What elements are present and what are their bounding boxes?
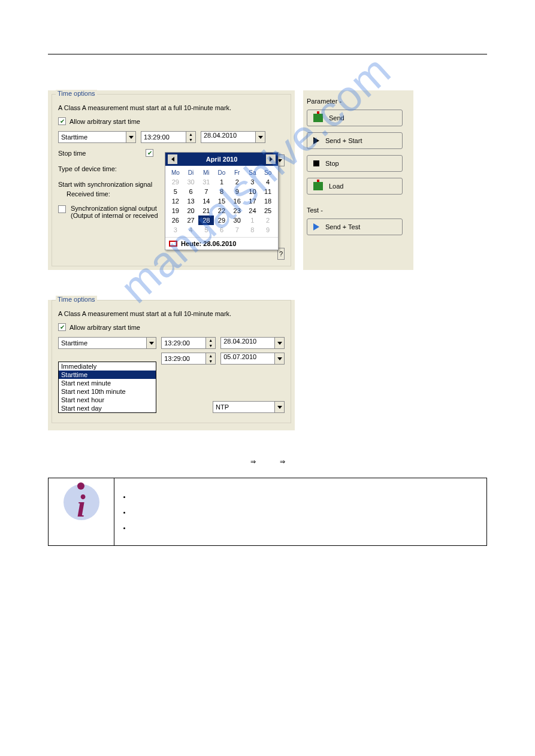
- info-table: i: [48, 478, 487, 546]
- chevron-down-icon[interactable]: [274, 353, 284, 364]
- calendar-prev-button[interactable]: [168, 154, 177, 164]
- dropdown-option[interactable]: Immediately: [59, 362, 156, 371]
- calendar-day[interactable]: 4: [260, 177, 276, 187]
- calendar-day[interactable]: 6: [214, 225, 229, 235]
- time-options-panel-2: Time options A Class A measurement must …: [48, 300, 295, 430]
- calendar-day-header: Do: [214, 168, 229, 177]
- send-start-button[interactable]: Send + Start: [307, 132, 403, 149]
- calendar-day[interactable]: 1: [245, 215, 261, 225]
- device-icon: [313, 182, 323, 190]
- calendar-day[interactable]: 15: [214, 196, 229, 206]
- stop-button[interactable]: Stop: [307, 155, 403, 172]
- calendar-day[interactable]: 24: [245, 206, 261, 215]
- allow-arbitrary-label: Allow arbitrary start time: [69, 324, 140, 331]
- calendar-day[interactable]: 5: [168, 187, 183, 196]
- dropdown-option[interactable]: Start next minute: [59, 379, 156, 387]
- calendar-day[interactable]: 2: [260, 215, 276, 225]
- stop-time-label: Stop time: [58, 150, 141, 157]
- row2-date[interactable]: 05.07.2010: [220, 353, 285, 365]
- calendar-next-button[interactable]: [266, 154, 276, 164]
- chevron-down-icon[interactable]: [274, 402, 284, 412]
- chevron-down-icon[interactable]: [126, 132, 135, 142]
- calendar-day[interactable]: 30: [183, 177, 199, 187]
- calendar-day-header: Sa: [245, 168, 261, 177]
- calendar-day[interactable]: 10: [245, 187, 261, 196]
- arrow-icon: ⇒: [280, 458, 285, 466]
- device-icon: [313, 114, 323, 122]
- chevron-down-icon[interactable]: [255, 132, 265, 142]
- starttime-time-spinner[interactable]: 13:29:00 ▲▼: [141, 131, 196, 143]
- allow-arbitrary-checkbox[interactable]: ✔: [58, 117, 66, 125]
- info-icon: i: [64, 484, 99, 520]
- calendar-day-header: Di: [183, 168, 199, 177]
- calendar-day[interactable]: 30: [229, 215, 245, 225]
- chevron-down-icon[interactable]: [146, 338, 156, 348]
- send-test-button[interactable]: Send + Test: [307, 218, 403, 235]
- calendar-day[interactable]: 23: [229, 206, 245, 215]
- calendar-day[interactable]: 3: [245, 177, 261, 187]
- calendar-day[interactable]: 13: [183, 196, 199, 206]
- calendar-day[interactable]: 6: [183, 187, 199, 196]
- calendar-day[interactable]: 3: [168, 225, 183, 235]
- calendar-day[interactable]: 17: [245, 196, 261, 206]
- calendar-day[interactable]: 20: [183, 206, 199, 215]
- sync-output-checkbox[interactable]: [58, 205, 66, 213]
- class-a-note: A Class A measurement must start at a fu…: [58, 310, 285, 317]
- calendar-day[interactable]: 14: [198, 196, 214, 206]
- calendar-day[interactable]: 8: [214, 187, 229, 196]
- page-divider: [48, 54, 487, 54]
- calendar-day[interactable]: 27: [183, 215, 199, 225]
- starttime-date[interactable]: 28.04.2010: [201, 131, 265, 143]
- calendar-day[interactable]: 7: [198, 187, 214, 196]
- calendar-day[interactable]: 11: [260, 187, 276, 196]
- calendar-day-header: So: [260, 168, 276, 177]
- calendar-grid: MoDiMiDoFrSaSo29303112345678910111213141…: [165, 166, 278, 237]
- calendar-day[interactable]: 25: [260, 206, 276, 215]
- play-icon: [313, 223, 319, 230]
- calendar-day[interactable]: 1: [214, 177, 229, 187]
- class-a-note: A Class A measurement must start at a fu…: [58, 104, 285, 111]
- dropdown-option[interactable]: Starttime: [59, 371, 156, 379]
- calendar-day-header: Mo: [168, 168, 183, 177]
- test-section-label: Test -: [307, 207, 410, 214]
- calendar-day[interactable]: 29: [168, 177, 183, 187]
- calendar-day[interactable]: 5: [198, 225, 214, 235]
- send-button[interactable]: Send: [307, 110, 403, 126]
- calendar-day[interactable]: 7: [229, 225, 245, 235]
- sync-output-label-1: Synchronization signal output: [71, 205, 158, 212]
- calendar-day[interactable]: 19: [168, 206, 183, 215]
- calendar-day[interactable]: 9: [260, 225, 276, 235]
- dropdown-option[interactable]: Start next day: [59, 404, 156, 412]
- calendar-day[interactable]: 21: [198, 206, 214, 215]
- load-button[interactable]: Load: [307, 178, 403, 195]
- calendar-day[interactable]: 28: [198, 215, 214, 225]
- calendar-day[interactable]: 18: [260, 196, 276, 206]
- chevron-down-icon[interactable]: [274, 338, 284, 348]
- starttime-combo[interactable]: Starttime: [58, 337, 156, 349]
- starttime-combo[interactable]: Starttime: [58, 131, 136, 143]
- today-marker-icon: [169, 241, 177, 247]
- calendar-day[interactable]: 29: [214, 215, 229, 225]
- calendar-today[interactable]: Heute: 28.06.2010: [165, 237, 278, 250]
- row2-time-spinner[interactable]: 13:29:00 ▲▼: [161, 353, 216, 365]
- calendar-day[interactable]: 2: [229, 177, 245, 187]
- calendar-day[interactable]: 22: [214, 206, 229, 215]
- time-options-panel-1: Time options A Class A measurement must …: [48, 90, 295, 270]
- calendar-day[interactable]: 16: [229, 196, 245, 206]
- calendar-day-header: Mi: [198, 168, 214, 177]
- starttime-dropdown-list[interactable]: ImmediatelyStarttimeStart next minuteSta…: [58, 362, 156, 413]
- starttime-date[interactable]: 28.04.2010: [220, 337, 285, 349]
- dropdown-option[interactable]: Start next 10th minute: [59, 387, 156, 396]
- ntp-combo[interactable]: NTP: [213, 401, 285, 413]
- calendar-day[interactable]: 12: [168, 196, 183, 206]
- calendar-popup[interactable]: April 2010 MoDiMiDoFrSaSo293031123456789…: [165, 152, 279, 250]
- allow-arbitrary-checkbox[interactable]: ✔: [58, 323, 66, 331]
- stop-time-checkbox[interactable]: ✔: [146, 149, 153, 157]
- calendar-day[interactable]: 4: [183, 225, 199, 235]
- calendar-day[interactable]: 26: [168, 215, 183, 225]
- starttime-time-spinner[interactable]: 13:29:00 ▲▼: [161, 337, 216, 349]
- calendar-day[interactable]: 8: [245, 225, 261, 235]
- dropdown-option[interactable]: Start next hour: [59, 396, 156, 404]
- calendar-day[interactable]: 9: [229, 187, 245, 196]
- calendar-day[interactable]: 31: [198, 177, 214, 187]
